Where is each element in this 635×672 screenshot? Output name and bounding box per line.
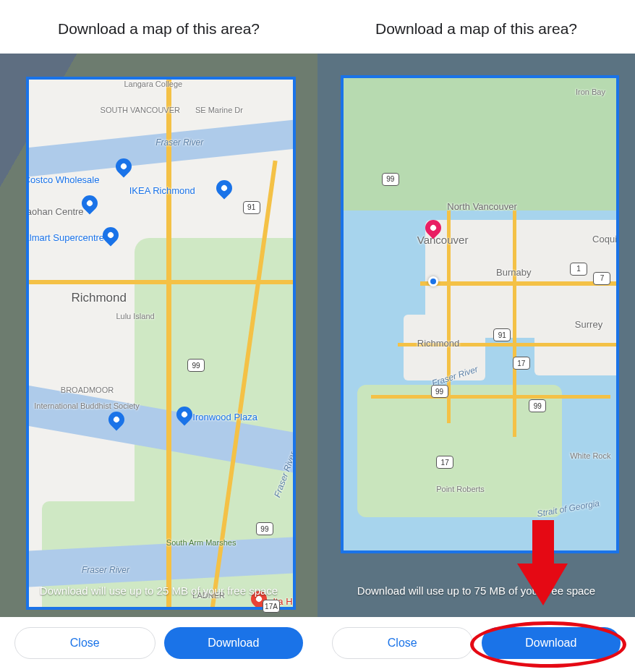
label-costco: Costco Wholesale [29,174,99,185]
label-broadmoor: BROADMOOR [61,386,114,394]
label-coquitlam: Coquitl [592,234,616,244]
download-button[interactable]: Download [164,627,304,659]
label-surrey: Surrey [575,319,602,330]
label-vancouver: Vancouver [417,234,469,246]
label-ironwood: Ironwood Plaza [192,412,257,422]
highway-shield-icon: 99 [529,399,546,412]
dialog-title: Download a map of this area? [318,0,635,54]
label-richmond: Richmond [71,291,127,305]
highway-shield-icon: 99 [187,359,205,372]
storage-usage-text: Download will use up to 75 MB of your fr… [318,584,635,597]
label-point-roberts: Point Roberts [436,485,485,493]
label-lulu: Lulu Island [116,312,154,320]
svg-marker-1 [517,563,568,605]
highway-shield-icon: 91 [493,328,511,341]
map-content: Langara College SOUTH VANCOUVER SE Marin… [29,80,293,607]
label-se-marine: SE Marine Dr [195,106,243,114]
storage-usage-text: Download will use up to 25 MB of your fr… [0,584,318,597]
download-button[interactable]: Download [482,627,621,659]
label-burnaby: Burnaby [496,267,531,278]
label-richmond: Richmond [417,338,460,349]
close-button[interactable]: Close [14,627,155,659]
highway-shield-icon: 99 [382,173,399,186]
download-selection-frame[interactable]: Langara College SOUTH VANCOUVER SE Marin… [26,77,296,610]
highway-shield-icon: 17 [436,456,453,469]
close-button[interactable]: Close [332,627,473,659]
highway-shield-icon: 99 [256,522,273,535]
label-fraser-river-bottom: Fraser River [82,565,129,575]
download-selection-frame[interactable]: Iron Bay North Vancouver Vancouver Burna… [341,75,619,553]
label-white-rock: White Rock [570,451,610,460]
highway-shield-icon: 7 [593,272,610,285]
label-langara: Langara College [124,80,182,88]
current-location-icon [428,276,438,286]
svg-rect-0 [532,520,554,565]
highway-shield-icon: 99 [431,385,448,398]
dialog-button-row: Close Download [318,617,635,672]
highway-shield-icon: 17 [513,357,530,370]
label-ikea: IKEA Richmond [129,185,195,196]
label-yaohan: Yaohan Centre [29,206,84,217]
label-fraser-river-top: Fraser River [155,137,203,148]
highway-shield-icon: 17A [263,600,280,613]
label-north-vancouver: North Vancouver [447,201,517,212]
map-viewport[interactable]: Iron Bay North Vancouver Vancouver Burna… [318,54,635,617]
highway-shield-icon: 91 [243,201,260,214]
label-walmart: Walmart Supercentre [29,232,104,243]
left-screenshot: Download a map of this area? Langara Col… [0,0,318,672]
label-buddhist: International Buddhist Society [34,401,140,410]
dialog-title: Download a map of this area? [0,0,318,54]
annotation-arrow-icon [513,520,571,607]
dialog-button-row: Close Download [0,617,318,672]
map-content: Iron Bay North Vancouver Vancouver Burna… [344,78,616,550]
highway-shield-icon: 1 [570,263,587,276]
map-viewport[interactable]: Langara College SOUTH VANCOUVER SE Marin… [0,54,318,617]
label-south-arm: South Arm Marshes [166,538,236,547]
label-south-vancouver: SOUTH VANCOUVER [101,106,180,114]
right-screenshot: Download a map of this area? Iron Bay [318,0,635,672]
label-iron-bay: Iron Bay [576,88,605,96]
